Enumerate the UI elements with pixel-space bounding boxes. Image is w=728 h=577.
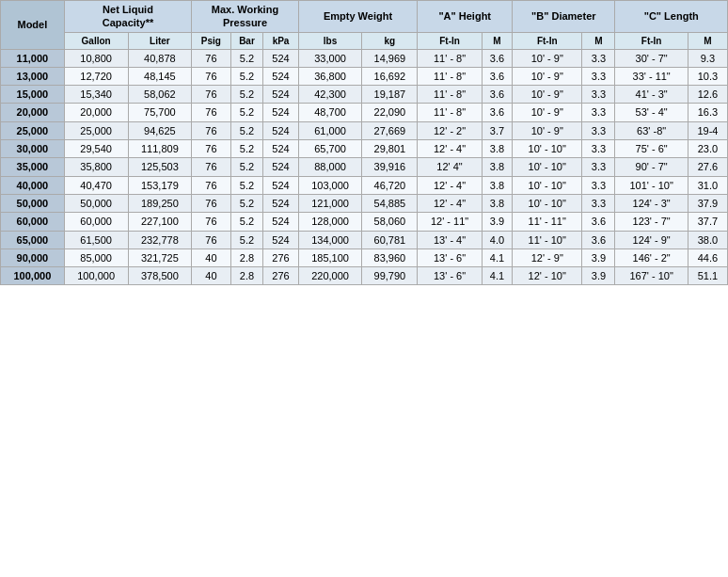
- c-ftin-cell: 146' - 2": [615, 248, 688, 266]
- table-row: 15,00015,34058,062765.252442,30019,18711…: [1, 86, 728, 104]
- kg-cell: 19,187: [362, 86, 418, 104]
- kg-cell: 54,885: [362, 194, 418, 212]
- b-m-cell: 3.3: [582, 194, 615, 212]
- model-cell: 30,000: [1, 140, 65, 158]
- b-m-cell: 3.3: [582, 158, 615, 176]
- liter-cell: 232,778: [128, 231, 192, 248]
- c-m-cell: 9.3: [688, 49, 727, 67]
- a-ftin-cell: 12' 4": [418, 158, 482, 176]
- c-m-cell: 31.0: [688, 176, 727, 194]
- table-row: 25,00025,00094,625765.252461,00027,66912…: [1, 121, 728, 139]
- kg-cell: 16,692: [362, 67, 418, 85]
- table-row: 11,00010,80040,878765.252433,00014,96911…: [1, 49, 728, 67]
- a-ftin-cell: 12' - 2": [418, 121, 482, 139]
- c-m-cell: 23.0: [688, 140, 727, 158]
- kg-cell: 39,916: [362, 158, 418, 176]
- lbs-cell: 185,100: [298, 248, 362, 266]
- gallon-cell: 40,470: [64, 176, 128, 194]
- lbs-cell: 42,300: [298, 86, 362, 104]
- bar-cell: 5.2: [230, 194, 263, 212]
- model-cell: 11,000: [1, 49, 65, 67]
- kpa-cell: 276: [263, 248, 298, 266]
- c-ftin-cell: 41' - 3": [615, 86, 688, 104]
- lbs-cell: 121,000: [298, 194, 362, 212]
- b-m-cell: 3.6: [582, 213, 615, 231]
- b-m-cell: 3.3: [582, 140, 615, 158]
- psig-cell: 76: [192, 104, 230, 121]
- lbs-cell: 128,000: [298, 213, 362, 231]
- kpa-cell: 524: [263, 158, 298, 176]
- a-m-cell: 3.6: [482, 67, 512, 85]
- c-ftin-cell: 53' - 4": [615, 104, 688, 121]
- a-ftin-cell: 12' - 4": [418, 140, 482, 158]
- bar-cell: 5.2: [230, 231, 263, 248]
- model-cell: 60,000: [1, 213, 65, 231]
- gallon-cell: 20,000: [64, 104, 128, 121]
- c-ftin-cell: 167' - 10": [615, 267, 688, 285]
- kg-cell: 99,790: [362, 267, 418, 285]
- liter-cell: 58,062: [128, 86, 192, 104]
- a-ftin-header: Ft-In: [418, 32, 482, 49]
- a-ftin-cell: 11' - 8": [418, 49, 482, 67]
- c-m-header: M: [688, 32, 727, 49]
- a-m-cell: 3.6: [482, 86, 512, 104]
- b-ftin-cell: 10' - 10": [513, 194, 582, 212]
- liter-cell: 378,500: [128, 267, 192, 285]
- a-ftin-cell: 11' - 8": [418, 86, 482, 104]
- a-m-cell: 4.1: [482, 267, 512, 285]
- header-row-top: Model Net LiquidCapacity** Max. WorkingP…: [1, 1, 728, 33]
- bar-cell: 2.8: [230, 267, 263, 285]
- model-cell: 40,000: [1, 176, 65, 194]
- gallon-cell: 100,000: [64, 267, 128, 285]
- c-m-cell: 51.1: [688, 267, 727, 285]
- bar-header: Bar: [230, 32, 263, 49]
- a-ftin-cell: 12' - 11": [418, 213, 482, 231]
- gallon-cell: 35,800: [64, 158, 128, 176]
- psig-cell: 76: [192, 86, 230, 104]
- b-ftin-header: Ft-In: [513, 32, 582, 49]
- kpa-cell: 524: [263, 213, 298, 231]
- bar-cell: 5.2: [230, 140, 263, 158]
- kg-cell: 14,969: [362, 49, 418, 67]
- a-m-cell: 3.7: [482, 121, 512, 139]
- liter-cell: 75,700: [128, 104, 192, 121]
- a-ftin-cell: 13' - 6": [418, 248, 482, 266]
- b-m-cell: 3.9: [582, 267, 615, 285]
- lbs-cell: 48,700: [298, 104, 362, 121]
- max-working-pressure-header: Max. WorkingPressure: [192, 1, 298, 33]
- kpa-cell: 524: [263, 140, 298, 158]
- lbs-cell: 220,000: [298, 267, 362, 285]
- gallon-cell: 25,000: [64, 121, 128, 139]
- c-ftin-cell: 63' -8": [615, 121, 688, 139]
- psig-cell: 40: [192, 248, 230, 266]
- psig-cell: 76: [192, 231, 230, 248]
- gallon-cell: 85,000: [64, 248, 128, 266]
- b-ftin-cell: 11' - 10": [513, 231, 582, 248]
- b-ftin-cell: 10' - 10": [513, 140, 582, 158]
- model-cell: 50,000: [1, 194, 65, 212]
- psig-cell: 76: [192, 67, 230, 85]
- b-m-cell: 3.9: [582, 248, 615, 266]
- empty-weight-header: Empty Weight: [298, 1, 418, 33]
- model-cell: 90,000: [1, 248, 65, 266]
- bar-cell: 5.2: [230, 213, 263, 231]
- kg-cell: 58,060: [362, 213, 418, 231]
- c-ftin-cell: 123' - 7": [615, 213, 688, 231]
- kpa-cell: 524: [263, 104, 298, 121]
- kpa-cell: 524: [263, 194, 298, 212]
- b-ftin-cell: 10' - 9": [513, 67, 582, 85]
- c-ftin-cell: 30' - 7": [615, 49, 688, 67]
- a-ftin-cell: 12' - 4": [418, 176, 482, 194]
- c-m-cell: 10.3: [688, 67, 727, 85]
- liter-cell: 125,503: [128, 158, 192, 176]
- c-m-cell: 12.6: [688, 86, 727, 104]
- c-length-header: "C" Length: [615, 1, 728, 33]
- table-row: 65,00061,500232,778765.2524134,00060,781…: [1, 231, 728, 248]
- psig-cell: 40: [192, 267, 230, 285]
- a-ftin-cell: 11' - 8": [418, 67, 482, 85]
- table-row: 30,00029,540111,809765.252465,70029,8011…: [1, 140, 728, 158]
- c-ftin-header: Ft-In: [615, 32, 688, 49]
- model-cell: 100,000: [1, 267, 65, 285]
- model-header: Model: [1, 1, 65, 50]
- bar-cell: 5.2: [230, 49, 263, 67]
